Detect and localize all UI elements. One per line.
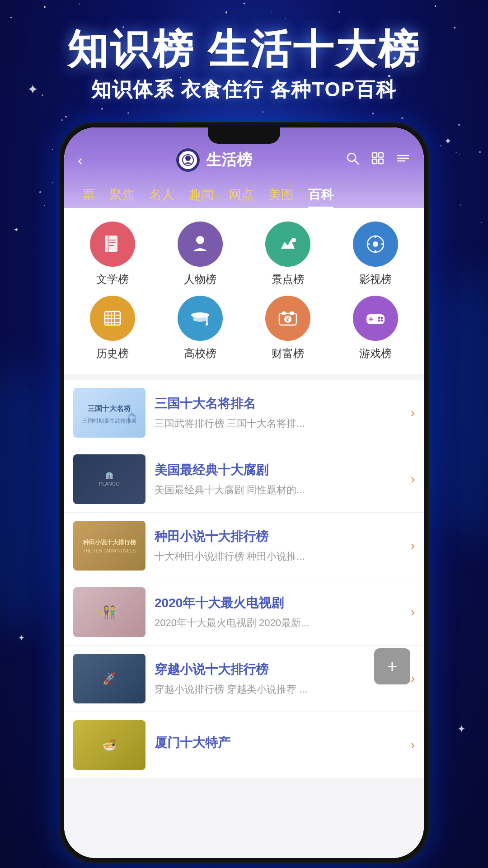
logo-inner	[179, 151, 197, 169]
tab-baike[interactable]: 百科	[308, 182, 333, 208]
svg-rect-38	[290, 311, 294, 315]
caifu-icon: ¥	[265, 296, 310, 341]
list-item-1[interactable]: 三国十大名将 三国时期最牛武将排名	[64, 380, 424, 446]
category-gaoxiao[interactable]: 高校榜	[161, 296, 239, 361]
category-caifu[interactable]: ¥ 财富榜	[249, 296, 327, 361]
thumb-1: 三国十大名将 三国时期最牛武将排名	[73, 388, 145, 438]
renwu-label: 人物榜	[184, 272, 216, 287]
youxi-label: 游戏榜	[359, 346, 392, 361]
thumb-6: 🍜	[73, 720, 145, 770]
tab-mingren[interactable]: 名人	[149, 182, 174, 208]
logo-area: 生活榜	[175, 147, 252, 173]
svg-rect-37	[282, 311, 286, 315]
category-jingdian[interactable]: 景点榜	[249, 222, 327, 287]
list-item-3[interactable]: 种田小说十大排行榜 THE TEN FARM NOVELS 种田小说十大排行榜 …	[64, 513, 424, 579]
category-lishi[interactable]: 历史榜	[73, 296, 152, 361]
list-desc-1: 三国武将排行榜 三国十大名将排...	[155, 417, 402, 430]
sparkle-4: ✦	[14, 226, 19, 233]
wenxue-label: 文学榜	[96, 272, 129, 287]
thumb-3: 种田小说十大排行榜 THE TEN FARM NOVELS	[73, 521, 145, 571]
youxi-icon	[353, 296, 398, 341]
app-logo	[175, 147, 201, 173]
yingshi-icon	[353, 222, 398, 267]
list-section: 三国十大名将 三国时期最牛武将排名	[64, 380, 424, 778]
tab-jujiao[interactable]: 聚焦	[109, 182, 135, 208]
list-title-3: 种田小说十大排行榜	[155, 528, 402, 545]
list-arrow-3: ›	[411, 538, 415, 553]
svg-point-19	[373, 241, 378, 247]
svg-point-17	[291, 238, 296, 242]
phone-outer: ‹ 生活榜	[59, 122, 429, 863]
thumb-2: 👔 PLANGO	[73, 454, 145, 504]
svg-rect-6	[372, 159, 377, 164]
svg-line-3	[355, 160, 358, 164]
phone-frame: ‹ 生活榜	[59, 122, 429, 863]
menu-icon[interactable]	[396, 151, 410, 169]
category-wenxue[interactable]: 文学榜	[73, 222, 152, 287]
list-item-6[interactable]: 🍜 厦门十大特产 ›	[64, 712, 424, 778]
tab-wangdian[interactable]: 网点	[229, 182, 254, 208]
grid-icon[interactable]	[371, 151, 385, 169]
list-info-5: 穿越小说十大排行榜 穿越小说排行榜 穿越类小说推荐 ...	[155, 661, 402, 696]
list-info-3: 种田小说十大排行榜 十大种田小说排行榜 种田小说推...	[155, 528, 402, 563]
lishi-icon	[90, 296, 135, 341]
tab-piao[interactable]: 票	[82, 182, 95, 208]
svg-rect-12	[108, 236, 109, 252]
caifu-label: 财富榜	[272, 346, 304, 361]
category-yingshi[interactable]: 影视榜	[336, 222, 415, 287]
list-item-5[interactable]: 🚀 穿越小说十大排行榜 穿越小说排行榜 穿越类小说推荐 ... › +	[64, 646, 424, 712]
wenxue-icon	[90, 222, 135, 267]
svg-point-43	[381, 317, 383, 319]
search-icon[interactable]	[345, 151, 360, 169]
phone-notch	[208, 127, 280, 144]
svg-rect-5	[379, 153, 383, 157]
hero-subtitle: 知识体系 衣食住行 各种TOP百科	[91, 76, 397, 103]
list-title-4: 2020年十大最火电视剧	[155, 594, 402, 612]
list-info-1: 三国十大名将排名 三国武将排行榜 三国十大名将排...	[155, 395, 402, 430]
list-info-2: 美国最经典十大腐剧 美国最经典十大腐剧 同性题材的...	[155, 462, 402, 497]
list-item-4[interactable]: 👫 2020年十大最火电视剧 2020年十大最火电视剧 2020最新... ›	[64, 579, 424, 646]
svg-point-16	[196, 236, 204, 244]
header-title: 生活榜	[206, 150, 252, 170]
tab-meitu[interactable]: 美图	[268, 182, 294, 208]
yingshi-label: 影视榜	[359, 272, 392, 287]
thumb-5: 🚀	[73, 654, 145, 703]
category-youxi[interactable]: 游戏榜	[336, 296, 415, 361]
list-desc-3: 十大种田小说排行榜 种田小说推...	[155, 550, 402, 563]
gaoxiao-label: 高校榜	[184, 346, 216, 361]
svg-point-42	[378, 317, 380, 319]
list-arrow-6: ›	[411, 738, 415, 752]
list-item-2[interactable]: 👔 PLANGO 美国最经典十大腐剧 美国最经典十大腐剧 同性题材的... ›	[64, 446, 424, 513]
app-content: ‹ 生活榜	[64, 127, 424, 858]
list-title-5: 穿越小说十大排行榜	[155, 661, 402, 678]
list-desc-4: 2020年十大最火电视剧 2020最新...	[155, 616, 402, 630]
sparkle-6: ✦	[457, 723, 465, 735]
gaoxiao-icon	[178, 296, 223, 341]
nav-tabs: 票 聚焦 名人 趣闻 网点 美图 百科	[78, 182, 410, 208]
svg-rect-7	[379, 159, 383, 164]
jingdian-label: 景点榜	[272, 272, 304, 287]
logo-icon	[182, 154, 194, 166]
thumb-4: 👫	[73, 587, 145, 637]
category-renwu[interactable]: 人物榜	[161, 222, 239, 287]
back-button[interactable]: ‹	[78, 152, 83, 169]
jingdian-icon	[265, 222, 310, 267]
categories-section: 文学榜 人物榜	[64, 208, 424, 374]
header-top: ‹ 生活榜	[78, 147, 410, 173]
list-arrow-1: ›	[411, 406, 415, 420]
list-title-6: 厦门十大特产	[155, 734, 402, 751]
header-icons	[345, 151, 410, 169]
list-info-4: 2020年十大最火电视剧 2020年十大最火电视剧 2020最新...	[155, 594, 402, 630]
list-title-1: 三国十大名将排名	[155, 395, 402, 412]
svg-rect-4	[372, 153, 377, 157]
svg-text:¥: ¥	[286, 316, 289, 323]
list-arrow-5: ›	[411, 671, 415, 686]
list-arrow-4: ›	[411, 605, 415, 619]
sparkle-5: ✦	[18, 633, 25, 643]
fab-button[interactable]: +	[374, 648, 410, 684]
svg-point-33	[206, 323, 208, 326]
svg-point-0	[185, 156, 191, 161]
tab-quwen[interactable]: 趣闻	[189, 182, 214, 208]
list-arrow-2: ›	[411, 472, 415, 486]
renwu-icon	[178, 222, 223, 267]
